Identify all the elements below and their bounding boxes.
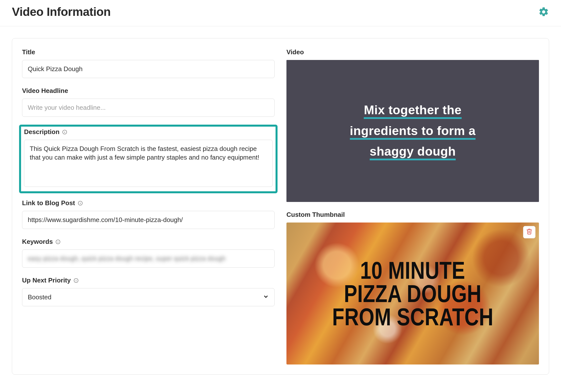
headline-input[interactable] — [22, 99, 275, 117]
svg-point-2 — [64, 131, 65, 131]
page-title: Video Information — [12, 5, 111, 19]
video-caption-line: shaggy dough — [370, 144, 456, 158]
svg-point-5 — [80, 202, 80, 202]
video-preview[interactable]: Mix together the ingredients to form a s… — [286, 60, 539, 202]
label-link: Link to Blog Post — [22, 199, 275, 207]
label-keywords-text: Keywords — [22, 238, 53, 246]
label-priority: Up Next Priority — [22, 277, 275, 284]
video-caption: Mix together the ingredients to form a s… — [350, 99, 476, 163]
field-video: Video Mix together the ingredients to fo… — [286, 48, 539, 202]
video-caption-line: ingredients to form a — [350, 124, 476, 138]
label-priority-text: Up Next Priority — [22, 277, 71, 284]
page-header: Video Information — [0, 0, 561, 26]
label-thumbnail: Custom Thumbnail — [286, 211, 539, 219]
info-icon[interactable] — [73, 278, 79, 283]
label-title: Title — [22, 48, 275, 56]
trash-icon — [526, 228, 533, 236]
field-priority: Up Next Priority Boosted — [22, 277, 275, 306]
field-description-highlight: Description — [19, 125, 278, 193]
label-link-text: Link to Blog Post — [22, 199, 75, 207]
gear-icon[interactable] — [538, 6, 549, 17]
svg-point-11 — [76, 279, 76, 280]
video-caption-line: Mix together the — [364, 103, 461, 117]
thumbnail-text: 10 MINUTE PIZZA DOUGH FROM SCRATCH — [286, 223, 539, 364]
info-icon[interactable] — [62, 129, 67, 135]
thumbnail-line: FROM SCRATCH — [332, 306, 493, 328]
label-headline: Video Headline — [22, 87, 275, 95]
left-column: Title Video Headline Description Link to… — [22, 48, 275, 364]
thumbnail-line: 10 MINUTE — [360, 259, 465, 281]
field-title: Title — [22, 48, 275, 78]
info-icon[interactable] — [78, 200, 83, 206]
label-keywords: Keywords — [22, 238, 275, 246]
delete-thumbnail-button[interactable] — [523, 226, 535, 238]
custom-thumbnail[interactable]: 10 MINUTE PIZZA DOUGH FROM SCRATCH — [286, 223, 539, 364]
priority-select-wrap: Boosted — [22, 288, 275, 306]
field-headline: Video Headline — [22, 87, 275, 117]
form-panel: Title Video Headline Description Link to… — [12, 38, 549, 375]
description-textarea[interactable] — [24, 140, 273, 187]
label-description-text: Description — [24, 128, 59, 136]
title-input[interactable] — [22, 60, 275, 78]
field-keywords: Keywords easy pizza dough, quick pizza d… — [22, 238, 275, 268]
field-thumbnail: Custom Thumbnail 10 MINUTE PIZZA DOUGH F… — [286, 211, 539, 364]
label-video: Video — [286, 48, 539, 56]
label-description: Description — [24, 128, 273, 136]
priority-select[interactable]: Boosted — [22, 288, 275, 306]
field-link: Link to Blog Post — [22, 199, 275, 229]
thumbnail-line: PIZZA DOUGH — [344, 282, 481, 305]
info-icon[interactable] — [55, 239, 61, 245]
right-column: Video Mix together the ingredients to fo… — [286, 48, 539, 364]
svg-point-8 — [58, 241, 58, 241]
link-input[interactable] — [22, 211, 275, 229]
keywords-input[interactable]: easy pizza dough, quick pizza dough reci… — [22, 250, 275, 268]
